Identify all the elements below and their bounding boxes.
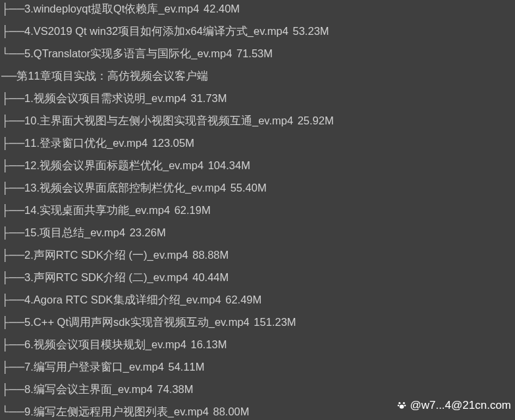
file-size: 23.26M xyxy=(130,226,166,238)
file-name: 1.视频会议项目需求说明_ev.mp4 xyxy=(24,92,186,104)
tree-prefix: ├── xyxy=(1,204,24,216)
file-name: 2.声网RTC SDK介绍 (一)_ev.mp4 xyxy=(24,249,188,261)
tree-row: ├──8.编写会议主界面_ev.mp4 74.38M xyxy=(1,378,515,400)
tree-row: ├──2.声网RTC SDK介绍 (一)_ev.mp4 88.88M xyxy=(1,244,515,266)
file-name: 4.Agora RTC SDK集成详细介绍_ev.mp4 xyxy=(24,294,221,305)
tree-row: ├──3.windeployqt提取Qt依赖库_ev.mp4 42.40M xyxy=(1,0,515,20)
svg-point-0 xyxy=(399,402,401,404)
tree-chapter: ──第11章项目实战：高仿视频会议客户端 xyxy=(1,65,515,87)
tree-row: ├──1.视频会议项目需求说明_ev.mp4 31.73M xyxy=(1,87,515,109)
file-size: 62.49M xyxy=(225,294,261,305)
file-size: 55.40M xyxy=(230,182,267,194)
svg-point-1 xyxy=(403,402,405,404)
svg-point-4 xyxy=(400,404,404,408)
tree-prefix: ├── xyxy=(1,383,24,395)
file-size: 71.53M xyxy=(236,47,273,59)
tree-prefix: ── xyxy=(1,70,16,82)
file-size: 31.73M xyxy=(191,92,227,104)
file-size: 40.44M xyxy=(192,271,229,283)
tree-prefix: ├── xyxy=(1,338,24,350)
file-name: 10.主界面大视图与左侧小视图实现音视频互通_ev.mp4 xyxy=(24,115,293,126)
watermark: @w7...4@21cn.com xyxy=(396,399,511,412)
file-name: 3.声网RTC SDK介绍 (二)_ev.mp4 xyxy=(24,271,188,283)
tree-prefix: ├── xyxy=(1,115,24,126)
file-name: 8.编写会议主界面_ev.mp4 xyxy=(24,383,153,395)
tree-row: ├──11.登录窗口优化_ev.mp4 123.05M xyxy=(1,132,515,154)
file-size: 104.34M xyxy=(208,159,250,171)
file-size: 54.11M xyxy=(169,361,205,373)
file-name: 9.编写左侧远程用户视图列表_ev.mp4 xyxy=(24,406,209,417)
svg-point-2 xyxy=(398,404,400,406)
tree-row: └──5.QTranslator实现多语言与国际化_ev.mp4 71.53M xyxy=(1,42,515,65)
svg-point-3 xyxy=(404,404,406,406)
tree-row: ├──13.视频会议界面底部控制栏优化_ev.mp4 55.40M xyxy=(1,176,515,199)
tree-row: ├──4.Agora RTC SDK集成详细介绍_ev.mp4 62.49M xyxy=(1,288,515,311)
tree-prefix: ├── xyxy=(1,25,24,37)
file-size: 151.23M xyxy=(254,316,296,328)
file-name: 4.VS2019 Qt win32项目如何添加x64编译方式_ev.mp4 xyxy=(24,25,288,37)
tree-prefix: ├── xyxy=(1,182,24,194)
tree-row: ├──12.视频会议界面标题栏优化_ev.mp4 104.34M xyxy=(1,154,515,176)
file-size: 123.05M xyxy=(152,137,194,149)
file-name: 13.视频会议界面底部控制栏优化_ev.mp4 xyxy=(24,182,226,194)
tree-prefix: ├── xyxy=(1,361,24,373)
file-size: 53.23M xyxy=(293,25,329,37)
tree-row: ├──7.编写用户登录窗口_ev.mp4 54.11M xyxy=(1,355,515,378)
tree-row: ├──14.实现桌面共享功能_ev.mp4 62.19M xyxy=(1,199,515,221)
file-size: 74.38M xyxy=(157,383,194,395)
watermark-text: @w7...4@21cn.com xyxy=(410,399,511,412)
tree-prefix: ├── xyxy=(1,159,24,171)
file-name: 12.视频会议界面标题栏优化_ev.mp4 xyxy=(24,159,203,171)
tree-prefix: ├── xyxy=(1,249,24,261)
tree-row: ├──3.声网RTC SDK介绍 (二)_ev.mp4 40.44M xyxy=(1,266,515,288)
file-size: 88.88M xyxy=(192,249,229,261)
tree-prefix: └── xyxy=(1,47,24,59)
file-size: 42.40M xyxy=(203,3,240,14)
file-size: 62.19M xyxy=(175,204,211,216)
tree-prefix: ├── xyxy=(1,294,24,305)
tree-prefix: ├── xyxy=(1,3,24,14)
file-name: 5.C++ Qt调用声网sdk实现音视频互动_ev.mp4 xyxy=(24,316,250,328)
tree-row: ├──15.项目总结_ev.mp4 23.26M xyxy=(1,221,515,244)
tree-prefix: ├── xyxy=(1,226,24,238)
tree-row: ├──6.视频会议项目模块规划_ev.mp4 16.13M xyxy=(1,333,515,355)
file-name: 7.编写用户登录窗口_ev.mp4 xyxy=(24,361,164,373)
tree-row: ├──10.主界面大视图与左侧小视图实现音视频互通_ev.mp4 25.92M xyxy=(1,109,515,132)
tree-prefix: ├── xyxy=(1,271,24,283)
tree-prefix: ├── xyxy=(1,137,24,149)
file-tree: ├──3.windeployqt提取Qt依赖库_ev.mp4 42.40M├──… xyxy=(1,0,515,420)
file-size: 88.00M xyxy=(213,406,250,417)
tree-row: ├──4.VS2019 Qt win32项目如何添加x64编译方式_ev.mp4… xyxy=(1,20,515,42)
file-name: 5.QTranslator实现多语言与国际化_ev.mp4 xyxy=(24,47,232,59)
file-size: 25.92M xyxy=(298,115,334,126)
chapter-title: 第11章项目实战：高仿视频会议客户端 xyxy=(16,70,207,82)
tree-row: ├──5.C++ Qt调用声网sdk实现音视频互动_ev.mp4 151.23M xyxy=(1,311,515,333)
file-size: 16.13M xyxy=(191,338,227,350)
paw-icon xyxy=(396,400,407,412)
file-name: 11.登录窗口优化_ev.mp4 xyxy=(24,137,148,149)
file-name: 15.项目总结_ev.mp4 xyxy=(24,226,125,238)
file-name: 3.windeployqt提取Qt依赖库_ev.mp4 xyxy=(24,3,199,14)
tree-prefix: ├── xyxy=(1,92,24,104)
file-name: 6.视频会议项目模块规划_ev.mp4 xyxy=(24,338,186,350)
tree-prefix: ├── xyxy=(1,316,24,328)
tree-prefix: └── xyxy=(1,406,24,417)
file-name: 14.实现桌面共享功能_ev.mp4 xyxy=(24,204,170,216)
